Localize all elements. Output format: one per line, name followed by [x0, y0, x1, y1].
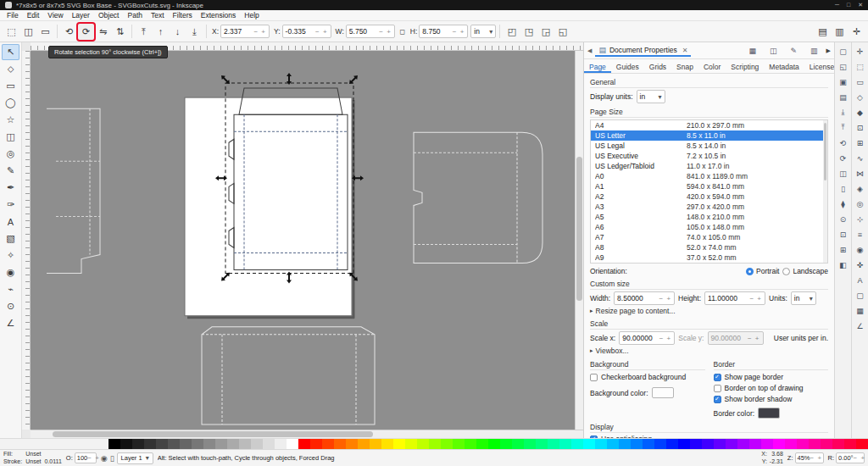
custom-units-dropdown[interactable]: in▾ [791, 291, 816, 305]
spinner-buttons[interactable]: − + [659, 295, 672, 302]
paint-bucket-tool[interactable]: ◉ [2, 264, 19, 280]
palette-swatch[interactable] [263, 439, 275, 449]
fill-stroke-indicator[interactable]: Fill: Unset Stroke: Unset 0.0111 [3, 451, 62, 466]
panel-collapse-icon[interactable]: ◀ [587, 47, 592, 54]
text-tool[interactable]: A [2, 214, 19, 230]
flip-horizontal-icon[interactable]: ⇋ [95, 24, 111, 40]
new-document-icon[interactable]: ▢ [837, 45, 850, 58]
snap-bbox-midpoint-icon[interactable]: ◆ [854, 106, 867, 119]
rotate-cw-icon[interactable]: ⟳ [78, 24, 94, 40]
checkerboard-checkbox[interactable] [590, 374, 598, 381]
paste-icon[interactable]: ▯ [837, 182, 850, 195]
opacity-input[interactable]: 100− + [75, 452, 97, 463]
transform-gradient-toggle-icon[interactable]: ◲ [537, 24, 554, 40]
menu-item[interactable]: Edit [23, 10, 44, 20]
spinner-buttons[interactable]: − + [659, 335, 672, 342]
snap-cusp-node-icon[interactable]: ◈ [854, 182, 867, 195]
snap-bbox-center-icon[interactable]: ⊡ [854, 121, 867, 134]
panel-tab[interactable]: Guides [611, 59, 644, 73]
page-size-row[interactable]: A2 420.0 x 594.0 mm [591, 191, 827, 202]
dialog-tab-pin-icon[interactable]: ▥ [810, 47, 818, 55]
lock-ratio-icon[interactable]: ◻ [398, 24, 408, 40]
page-size-row[interactable]: A6 105.0 x 148.0 mm [591, 222, 827, 232]
maximize-button[interactable]: □ [847, 2, 850, 8]
snap-text-baseline-icon[interactable]: A [854, 274, 867, 286]
layer-dropdown[interactable]: Layer 1▾ [117, 452, 153, 464]
snap-grid-icon[interactable]: ▦ [854, 304, 867, 317]
palette-swatch[interactable] [785, 439, 797, 449]
menu-item[interactable]: Filters [169, 10, 197, 20]
snap-midpoint-icon[interactable]: ⊹ [854, 213, 867, 225]
palette-swatch[interactable] [512, 439, 524, 449]
panel-tab[interactable]: Metadata [764, 59, 804, 73]
duplicate-icon[interactable]: ⧫ [837, 197, 850, 210]
spinner-buttons[interactable]: − + [253, 28, 266, 36]
palette-swatch[interactable] [488, 439, 500, 449]
palette-swatch[interactable] [856, 439, 868, 449]
transform-pattern-toggle-icon[interactable]: ◱ [554, 24, 570, 40]
palette-swatch[interactable] [643, 439, 654, 449]
palette-swatch[interactable] [192, 439, 203, 449]
palette-swatch[interactable] [156, 439, 168, 449]
panel-tab[interactable]: Snap [671, 59, 698, 73]
undo-icon[interactable]: ⟲ [837, 136, 850, 149]
redo-icon[interactable]: ⟳ [837, 152, 850, 164]
page-size-row[interactable]: A0 841.0 x 1189.0 mm [591, 171, 827, 181]
calligraphy-tool[interactable]: ✑ [2, 197, 19, 213]
export-icon[interactable]: ⤒ [837, 121, 850, 134]
menu-item[interactable]: View [43, 10, 67, 20]
spinner-buttons[interactable]: − + [87, 454, 100, 462]
custom-width-input[interactable]: 8.50000− + [614, 291, 675, 305]
page-size-row[interactable]: US Executive 7.2 x 10.5 in [591, 151, 827, 161]
spinner-buttons[interactable]: − + [379, 28, 392, 36]
print-icon[interactable]: ▤ [837, 91, 850, 103]
palette-swatch[interactable] [381, 439, 393, 449]
palette-swatch[interactable] [239, 439, 251, 449]
canvas-viewport[interactable] [31, 51, 575, 430]
scale-x-input[interactable]: 90.00000− + [619, 331, 675, 345]
menu-item[interactable]: Layer [68, 10, 94, 20]
palette-swatch[interactable] [346, 439, 358, 449]
menu-item[interactable]: Text [147, 10, 169, 20]
zoom-page-icon[interactable]: ⊡ [837, 228, 850, 241]
snap-others-icon[interactable]: ≡ [854, 228, 867, 241]
transform-stroke-toggle-icon[interactable]: ◰ [504, 24, 520, 40]
palette-swatch[interactable] [666, 439, 678, 449]
vertical-scrollbar[interactable] [575, 51, 583, 430]
raise-icon[interactable]: ↑ [153, 24, 169, 40]
palette-swatch[interactable] [168, 439, 180, 449]
palette-swatch[interactable] [453, 439, 465, 449]
page-size-row[interactable]: US Letter 8.5 x 11.0 in [591, 130, 827, 141]
horizontal-scrollbar[interactable] [31, 430, 583, 438]
palette-swatch[interactable] [536, 439, 548, 449]
copy-icon[interactable]: ◫ [837, 167, 850, 180]
show-border-shadow-checkbox[interactable] [714, 396, 721, 403]
palette-swatch[interactable] [726, 439, 737, 449]
spinner-buttons[interactable]: − + [854, 454, 866, 462]
palette-swatch[interactable] [821, 439, 832, 449]
zoom-input[interactable]: 45%− + [795, 452, 824, 463]
spiral-tool[interactable]: ◎ [2, 146, 19, 162]
snap-page-border-icon[interactable]: ▢ [854, 289, 867, 302]
node-tool[interactable]: ⬦ [2, 61, 19, 77]
rectangle-tool[interactable]: ▭ [2, 78, 19, 94]
connector-tool[interactable]: ⌁ [2, 281, 19, 297]
palette-swatch[interactable] [773, 439, 785, 449]
page-size-row[interactable]: US Ledger/Tabloid 11.0 x 17.0 in [591, 161, 827, 171]
palette-swatch[interactable] [548, 439, 559, 449]
palette-swatch[interactable] [749, 439, 761, 449]
ellipse-tool[interactable]: ◯ [2, 95, 19, 111]
page-size-row[interactable]: A9 37.0 x 52.0 mm [591, 252, 827, 263]
page-size-row[interactable]: A5 148.0 x 210.0 mm [591, 212, 827, 222]
spinner-buttons[interactable]: − + [810, 454, 823, 462]
dropper-tool[interactable]: ✧ [2, 247, 19, 264]
transform-corners-toggle-icon[interactable]: ◳ [520, 24, 537, 40]
height-input[interactable]: 8.750− + [419, 25, 468, 38]
palette-swatch[interactable] [690, 439, 702, 449]
palette-swatch[interactable] [334, 439, 346, 449]
dialog-tab-swatches-icon[interactable]: ▦ [749, 47, 757, 55]
palette-swatch[interactable] [215, 439, 227, 449]
landscape-radio[interactable] [782, 268, 790, 275]
palette-swatch[interactable] [298, 439, 310, 449]
horizontal-scrollbar-thumb[interactable] [53, 431, 373, 437]
